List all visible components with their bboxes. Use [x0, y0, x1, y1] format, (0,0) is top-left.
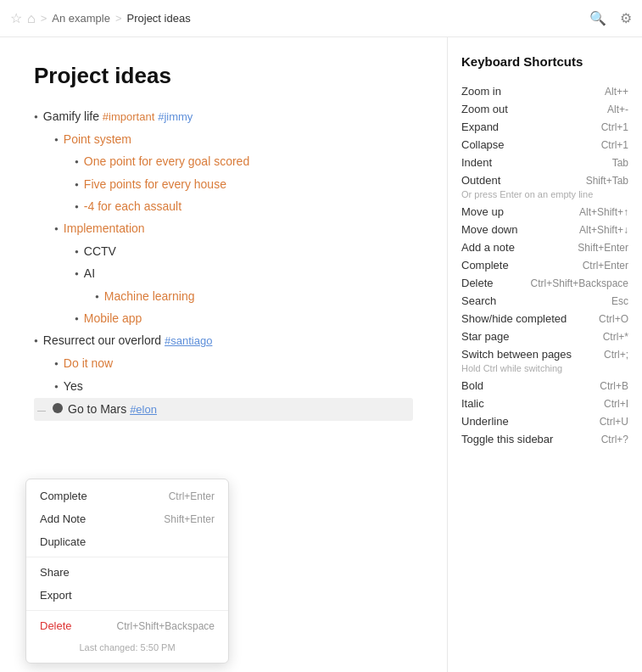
tag-jimmy[interactable]: #jimmy: [158, 110, 193, 123]
item-row[interactable]: ● Gamify life #important #jimmy: [34, 106, 413, 127]
item-row-highlighted[interactable]: — Go to Mars #elon: [34, 398, 413, 421]
shortcut-zoom-out-key: Alt+-: [607, 104, 628, 115]
shortcut-collapse: Collapse Ctrl+1: [461, 136, 628, 154]
ctx-divider-2: [26, 610, 228, 611]
shortcut-outdent-note: Or press Enter on an empty line: [461, 189, 628, 199]
star-icon[interactable]: ☆: [10, 10, 22, 26]
shortcut-move-up: Move up Alt+Shift+↑: [461, 203, 628, 221]
sub-list: ● Do it now ● Yes: [54, 353, 413, 396]
item-text: Five points for every house: [84, 175, 413, 193]
item-row[interactable]: ● One point for every goal scored: [75, 151, 413, 171]
ctx-complete-shortcut: Ctrl+Enter: [169, 490, 215, 502]
sub-sub-sub-list: ● Machine learning: [95, 286, 413, 306]
top-nav: ☆ ⌂ > An example > Project ideas 🔍 ⚙: [0, 0, 642, 37]
breadcrumb-sep-2: >: [115, 12, 122, 25]
ctx-add-note-shortcut: Shift+Enter: [164, 513, 215, 525]
bullet-icon: ●: [34, 336, 38, 347]
ctx-duplicate[interactable]: Duplicate: [26, 530, 228, 553]
shortcut-add-note-key: Shift+Enter: [578, 242, 628, 254]
bullet-icon: ●: [54, 224, 59, 235]
context-menu: Complete Ctrl+Enter Add Note Shift+Enter…: [25, 479, 229, 664]
shortcut-delete-label: Delete: [461, 277, 494, 289]
ctx-divider-1: [26, 557, 228, 557]
ctx-add-note[interactable]: Add Note Shift+Enter: [26, 507, 228, 530]
shortcut-star-page-label: Star page: [461, 330, 509, 343]
home-icon[interactable]: ⌂: [27, 11, 36, 26]
breadcrumb-parent[interactable]: An example: [52, 12, 110, 25]
item-row[interactable]: ● Do it now: [54, 353, 413, 373]
item-row[interactable]: ● Five points for every house: [75, 174, 413, 194]
bullet-icon: ●: [54, 135, 59, 146]
item-row[interactable]: ● Machine learning: [95, 286, 413, 306]
tag-elon[interactable]: #elon: [130, 403, 157, 416]
ctx-delete[interactable]: Delete Ctrl+Shift+Backspace: [26, 614, 228, 637]
shortcut-move-up-key: Alt+Shift+↑: [579, 206, 628, 218]
shortcut-star-page-key: Ctrl+*: [603, 331, 628, 343]
item-row[interactable]: ● Point system: [54, 129, 413, 149]
shortcut-toggle-sidebar-key: Ctrl+?: [601, 434, 628, 445]
shortcut-toggle-sidebar: Toggle this sidebar Ctrl+?: [461, 430, 628, 448]
ctx-share[interactable]: Share: [26, 561, 228, 584]
shortcut-collapse-key: Ctrl+1: [601, 139, 628, 151]
main-layout: Project ideas ● Gamify life #important #…: [0, 37, 642, 672]
item-text: Machine learning: [104, 287, 413, 305]
item-row[interactable]: ● Resurrect our overlord #santiago: [34, 330, 413, 351]
shortcut-delete-key: Ctrl+Shift+Backspace: [531, 277, 628, 289]
shortcut-move-up-label: Move up: [461, 205, 504, 218]
shortcut-outdent-label: Outdent: [461, 174, 500, 187]
item-row[interactable]: ● Yes: [54, 376, 413, 396]
sub-sub-list: ● CCTV ● AI: [75, 241, 413, 329]
shortcut-star-page: Star page Ctrl+*: [461, 328, 628, 345]
shortcut-collapse-label: Collapse: [461, 138, 505, 151]
shortcut-switch-pages: Switch between pages Ctrl+;: [461, 345, 628, 363]
item-row[interactable]: ● CCTV: [75, 241, 413, 261]
collapse-toggle[interactable]: —: [37, 404, 46, 417]
ctx-add-note-label: Add Note: [40, 512, 86, 525]
list-item: ● Resurrect our overlord #santiago ● Do …: [34, 330, 413, 396]
shortcut-zoom-in-label: Zoom in: [461, 85, 501, 98]
shortcut-add-note: Add a note Shift+Enter: [461, 238, 628, 256]
sub-list: ● Point system ● One point for every goa…: [54, 129, 413, 329]
shortcut-complete: Complete Ctrl+Enter: [461, 256, 628, 274]
ctx-complete[interactable]: Complete Ctrl+Enter: [26, 484, 228, 507]
bullet-icon: [53, 403, 63, 413]
shortcut-bold-label: Bold: [461, 379, 483, 392]
list-item: ● Machine learning: [95, 286, 413, 306]
shortcut-bold: Bold Ctrl+B: [461, 377, 628, 395]
shortcut-complete-key: Ctrl+Enter: [583, 260, 628, 272]
shortcut-switch-pages-note: Hold Ctrl while switching: [461, 363, 628, 373]
shortcut-zoom-out-label: Zoom out: [461, 103, 508, 115]
shortcut-zoom-out: Zoom out Alt+-: [461, 100, 628, 118]
item-row[interactable]: ● Implementation: [54, 218, 413, 238]
item-text: One point for every goal scored: [84, 152, 413, 171]
item-row[interactable]: ● -4 for each assault: [75, 196, 413, 216]
list-item: ● Implementation ● CCTV: [54, 218, 413, 328]
breadcrumb: ☆ ⌂ > An example > Project ideas: [10, 10, 191, 26]
shortcut-zoom-in-key: Alt++: [605, 86, 628, 98]
breadcrumb-current: Project ideas: [127, 12, 191, 25]
shortcut-toggle-sidebar-label: Toggle this sidebar: [461, 433, 553, 445]
item-row[interactable]: ● Mobile app: [75, 308, 413, 328]
bullet-icon: ●: [75, 157, 79, 168]
tag-santiago[interactable]: #santiago: [165, 334, 212, 347]
list-item: ● Five points for every house: [75, 174, 413, 194]
list-item: ● One point for every goal scored: [75, 151, 413, 171]
settings-icon[interactable]: ⚙: [620, 10, 632, 26]
keyboard-shortcuts-sidebar: Keyboard Shortcuts Zoom in Alt++ Zoom ou…: [447, 37, 642, 672]
breadcrumb-sep-1: >: [41, 12, 47, 25]
bullet-icon: ●: [75, 180, 79, 191]
item-text: Go to Mars #elon: [68, 400, 410, 419]
item-text: Implementation: [64, 219, 413, 238]
search-icon[interactable]: 🔍: [589, 10, 606, 26]
shortcut-underline: Underline Ctrl+U: [461, 412, 628, 430]
tag-important[interactable]: #important: [103, 110, 154, 123]
ctx-export[interactable]: Export: [26, 584, 228, 607]
item-text: Yes: [64, 377, 413, 395]
shortcut-switch-pages-key: Ctrl+;: [604, 349, 628, 361]
ctx-duplicate-label: Duplicate: [40, 535, 86, 548]
item-row[interactable]: ● AI: [75, 263, 413, 283]
list-item: ● Do it now: [54, 353, 413, 373]
shortcut-search-label: Search: [461, 294, 496, 307]
ctx-delete-label: Delete: [40, 619, 72, 632]
outline-list: ● Gamify life #important #jimmy ● Point …: [34, 106, 413, 421]
